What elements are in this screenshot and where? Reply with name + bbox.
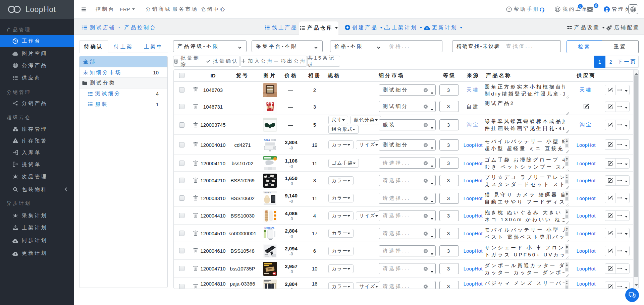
- svg-text:12000mAh: 12000mAh: [264, 227, 274, 229]
- svg-text:?: ?: [508, 7, 510, 11]
- svg-text:猫: 猫: [265, 210, 267, 213]
- svg-text:安心見守: 安心見守: [264, 191, 271, 194]
- svg-text:5000: 5000: [264, 139, 270, 142]
